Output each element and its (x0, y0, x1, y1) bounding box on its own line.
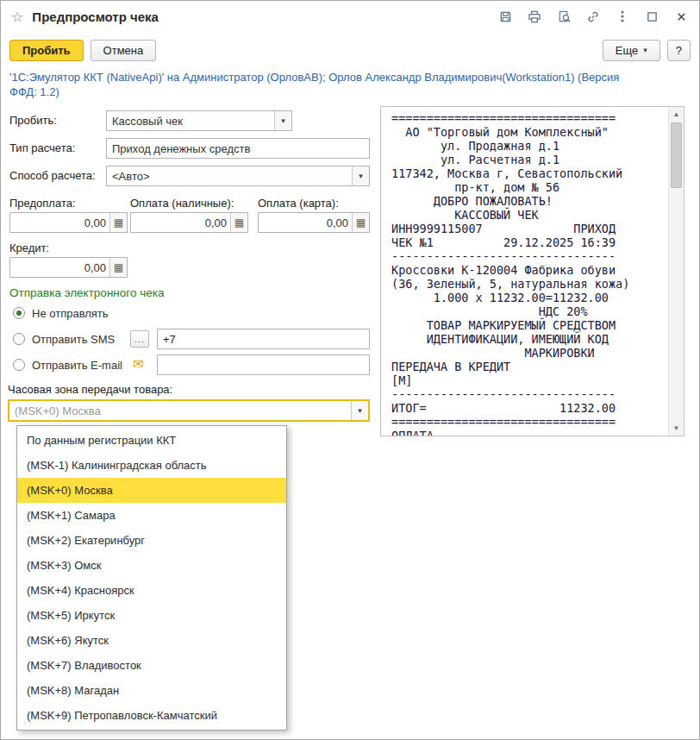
more-icon[interactable] (615, 9, 630, 24)
calculator-icon[interactable]: ▦ (109, 213, 127, 232)
timezone-combo-arrow[interactable]: ▾ (351, 401, 368, 420)
device-info-text: '1С:Эмулятор ККТ (NativeApi)' на Админис… (9, 70, 634, 99)
credit-label: Кредит: (9, 241, 49, 254)
calc-type-value: Приход денежных средств (107, 139, 369, 158)
envelope-icon: ✉ (133, 357, 144, 370)
card-value: 0,00 (259, 213, 352, 232)
calc-method-value: <Авто> (107, 166, 352, 185)
probit-combo-value: Кассовый чек (107, 111, 274, 130)
scrollbar-thumb[interactable] (671, 122, 682, 188)
cash-value: 0,00 (131, 213, 230, 232)
calc-method-label: Способ расчета: (9, 169, 96, 182)
receipt-scrollbar[interactable]: ▲ ▼ (668, 107, 684, 436)
radio-dont-send-label: Не отправлять (32, 307, 109, 320)
link-icon[interactable] (585, 9, 601, 24)
titlebar: ☆ Предпросмотр чека (1, 1, 699, 32)
calculator-icon[interactable]: ▦ (230, 213, 247, 232)
calculator-glyph: ▦ (234, 217, 244, 228)
calc-method-combo-arrow[interactable]: ▾ (352, 166, 369, 185)
timezone-dropdown-item[interactable]: (MSK+5) Иркутск (17, 603, 286, 628)
calc-method-combo[interactable]: <Авто> ▾ (106, 166, 370, 186)
card-label: Оплата (карта): (258, 197, 339, 210)
toolbar: Пробить Отмена Еще ▾ ? (9, 39, 691, 61)
calculator-icon[interactable]: ▦ (109, 258, 127, 277)
prepayment-label: Предоплата: (9, 197, 76, 210)
timezone-dropdown-item[interactable]: (MSK+3) Омск (17, 553, 286, 578)
close-icon[interactable] (673, 9, 689, 24)
prepayment-value: 0,00 (10, 213, 109, 232)
card-input[interactable]: 0,00 ▦ (258, 212, 370, 233)
cash-input[interactable]: 0,00 ▦ (130, 212, 248, 233)
timezone-dropdown-item[interactable]: (MSK+6) Якутск (17, 628, 286, 653)
timezone-dropdown-item[interactable]: (MSK+8) Магадан (17, 678, 286, 703)
timezone-dropdown-item[interactable]: По данным регистрации ККТ (17, 428, 286, 453)
timezone-dropdown-item[interactable]: (MSK+4) Красноярск (17, 578, 286, 603)
timezone-dropdown-item[interactable]: (MSK-1) Калининградская область (17, 453, 286, 478)
probit-combo[interactable]: Кассовый чек ▾ (106, 110, 292, 131)
chevron-down-icon: ▾ (358, 406, 362, 415)
cancel-button[interactable]: Отмена (91, 40, 157, 61)
timezone-dropdown-list: По данным регистрации ККТ(MSK-1) Калинин… (16, 425, 287, 731)
save-icon[interactable] (497, 9, 513, 24)
radio-send-sms-label: Отправить SMS (32, 333, 115, 346)
scroll-down-icon[interactable]: ▼ (669, 421, 684, 436)
calculator-glyph: ▦ (114, 217, 123, 228)
chevron-down-icon: ▾ (281, 116, 285, 125)
cash-label: Оплата (наличные): (130, 197, 234, 210)
maximize-icon[interactable] (644, 9, 659, 24)
favorite-star-icon[interactable]: ☆ (11, 9, 23, 25)
print-icon[interactable] (527, 9, 542, 24)
toolbar-right: Еще ▾ ? (603, 40, 691, 61)
timezone-combo-value: (MSK+0) Москва (9, 401, 351, 420)
chevron-down-icon: ▾ (359, 172, 363, 180)
timezone-dropdown-item[interactable]: (MSK+0) Москва (17, 478, 286, 503)
radio-send-email-label: Отправить E-mail (32, 359, 122, 372)
more-button-label: Еще (616, 44, 638, 57)
timezone-dropdown-item[interactable]: (MSK+1) Самара (17, 503, 286, 528)
radio-send-email[interactable]: Отправить E-mail (13, 356, 122, 373)
probit-label: Пробить: (9, 114, 57, 127)
radio-dont-send[interactable]: Не отправлять (13, 304, 109, 322)
scrollbar-track[interactable] (669, 189, 684, 421)
sms-options-button[interactable]: ... (130, 330, 149, 348)
preview-icon[interactable] (556, 9, 572, 24)
radio-dot (13, 333, 25, 345)
more-button[interactable]: Еще ▾ (603, 40, 660, 61)
timezone-dropdown-item[interactable]: (MSK+2) Екатеринбург (17, 528, 286, 553)
timezone-label: Часовая зона передачи товара: (8, 383, 172, 396)
calculator-glyph: ▦ (114, 262, 123, 273)
receipt-preview-window: ☆ Предпросмотр чека (0, 0, 700, 740)
calculator-icon[interactable]: ▦ (352, 213, 369, 232)
radio-dot (13, 359, 25, 371)
chevron-down-icon: ▾ (643, 46, 647, 54)
window-title: Предпросмотр чека (32, 9, 159, 24)
receipt-preview-panel: ================================ АО "Тор… (380, 106, 684, 436)
credit-value: 0,00 (10, 258, 109, 277)
timezone-dropdown-item[interactable]: (MSK+7) Владивосток (17, 653, 286, 678)
receipt-text: ================================ АО "Тор… (381, 107, 668, 436)
timezone-dropdown-item[interactable]: (MSK+9) Петропавловск-Камчатский (17, 703, 286, 728)
calculator-glyph: ▦ (356, 217, 366, 228)
email-input[interactable] (157, 354, 370, 375)
sms-phone-input[interactable] (157, 329, 370, 349)
prepayment-input[interactable]: 0,00 ▦ (9, 212, 128, 233)
commit-button[interactable]: Пробить (9, 40, 84, 61)
calc-type-label: Тип расчета: (9, 141, 75, 154)
credit-input[interactable]: 0,00 ▦ (9, 257, 128, 278)
help-button[interactable]: ? (667, 40, 691, 61)
send-section-title: Отправка электронного чека (9, 286, 164, 299)
scroll-up-icon[interactable]: ▲ (669, 107, 684, 122)
titlebar-actions (497, 9, 689, 24)
calc-type-field[interactable]: Приход денежных средств (106, 138, 370, 159)
radio-dot (13, 307, 25, 319)
timezone-combo[interactable]: (MSK+0) Москва ▾ (8, 399, 370, 422)
probit-combo-arrow[interactable]: ▾ (274, 111, 291, 130)
radio-send-sms[interactable]: Отправить SMS (13, 330, 115, 348)
